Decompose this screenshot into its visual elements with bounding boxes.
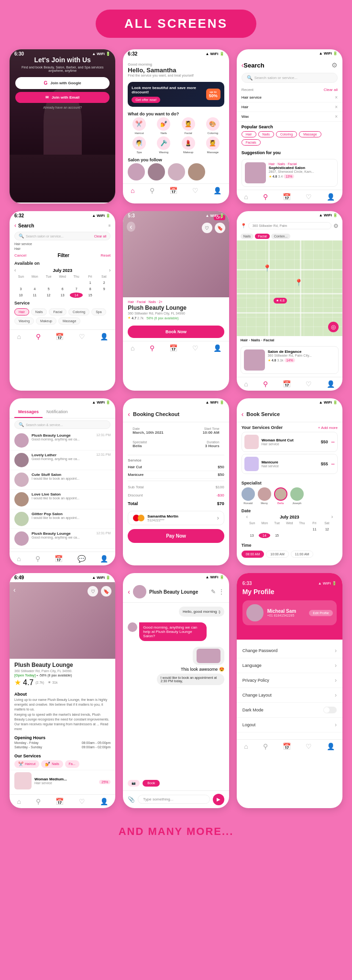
map-tag-nails[interactable]: Nails <box>241 234 254 239</box>
tag-hair[interactable]: Hair <box>14 308 29 315</box>
msg-item-4[interactable]: Love Live Salon I would like to book an … <box>10 490 115 509</box>
msg-item-1[interactable]: Plush Beauty Lounge Good morning, anythi… <box>10 431 115 451</box>
remove-service-2-btn[interactable]: − <box>331 460 335 468</box>
chat-attach-icon[interactable]: 📎 <box>128 796 135 803</box>
bs-back-icon[interactable]: ‹ <box>242 410 244 418</box>
service-item-nails[interactable]: 💅 Nails <box>153 117 175 135</box>
nav-heart-s[interactable]: ♡ <box>306 193 312 201</box>
tab-notification[interactable]: Notification <box>43 406 72 418</box>
menu-privacy-policy[interactable]: Privacy Policy › <box>237 673 342 688</box>
nav-home-m[interactable]: ⌂ <box>244 380 248 388</box>
chat-input[interactable]: Type something... <box>138 795 209 804</box>
map-pin-1[interactable]: 📍 <box>263 264 271 272</box>
salon-favorite-icon[interactable]: ♡ <box>202 223 212 233</box>
nav-search-s[interactable]: ⚲ <box>263 193 268 201</box>
btn-google[interactable]: G Join with Google <box>15 77 110 89</box>
filter-icon[interactable]: ≡ <box>109 224 111 228</box>
msg-search-bar[interactable]: 🔍 Search salon & service... <box>14 420 110 429</box>
msg-item-2[interactable]: Lovely Lather Good morning, anything we … <box>10 451 115 470</box>
bs-cal-next-btn[interactable]: › <box>331 514 333 519</box>
nav-calendar-m[interactable]: 📅 <box>283 380 291 388</box>
chip-facials[interactable]: Facials <box>242 139 261 146</box>
nav-calendar-prof[interactable]: 📅 <box>283 743 291 750</box>
follow-avatar-3[interactable] <box>168 163 185 180</box>
menu-change-layout[interactable]: Change Layout › <box>237 688 342 703</box>
salon-bookmark-icon[interactable]: 🔖 <box>215 223 225 233</box>
chat-more-icon[interactable]: ⋮ <box>219 588 224 595</box>
service-item-coloring[interactable]: 🎨 Coloring <box>201 117 224 135</box>
specialist-ronald[interactable]: Ronald <box>242 487 255 505</box>
time-slot-1[interactable]: 08:00 AM <box>242 551 264 558</box>
nav-profile-f[interactable]: 👤 <box>100 333 108 340</box>
nav-calendar-msg[interactable]: 📅 <box>55 555 63 563</box>
nav-profile-sd[interactable]: 👤 <box>213 344 221 352</box>
filter-reset-btn[interactable]: Reset <box>100 253 110 258</box>
map-search-bar[interactable]: 360 Stillwater Rd, Palm <box>248 222 331 229</box>
filter-cancel-btn[interactable]: Cancel <box>14 253 26 258</box>
nav-home-prof[interactable]: ⌂ <box>244 743 248 750</box>
filter-back-icon[interactable]: ‹ <box>14 222 16 229</box>
chip-coloring[interactable]: Coloring <box>276 131 297 137</box>
bs-cal-prev-btn[interactable]: ‹ <box>246 514 248 519</box>
nav-calendar-sd[interactable]: 📅 <box>169 344 177 352</box>
menu-dark-mode[interactable]: Dark Mode <box>237 703 342 718</box>
service-item-haircut[interactable]: ✂️ Haircut <box>128 117 150 135</box>
chip-haircut-sp[interactable]: ✂️ Haircut <box>14 760 39 768</box>
map-tag-content[interactable]: Conten... <box>271 234 290 239</box>
cal-prev-btn[interactable]: ‹ <box>14 268 16 273</box>
msg-item-3[interactable]: Cute Stuff Salon I would like to book an… <box>10 470 115 490</box>
nav-heart-sp[interactable]: ♡ <box>79 798 85 805</box>
checkout-back-icon[interactable]: ‹ <box>128 410 130 418</box>
nav-heart-m[interactable]: ♡ <box>306 380 312 388</box>
nav-search-prof[interactable]: ⚲ <box>263 743 268 750</box>
chip-nails[interactable]: Nails <box>258 131 275 137</box>
time-slot-2[interactable]: 10:00 AM <box>266 551 289 558</box>
nav-search-sd[interactable]: ⚲ <box>150 344 154 352</box>
tag-facial[interactable]: Facial <box>49 308 66 315</box>
tab-messages[interactable]: Messages <box>14 406 43 418</box>
chat-back-icon[interactable]: ‹ <box>128 588 130 596</box>
quick-btn-1[interactable]: 📷 <box>128 780 140 787</box>
nav-heart-f[interactable]: ♡ <box>79 333 85 340</box>
nav-calendar[interactable]: 📅 <box>169 187 177 194</box>
remove-service-1-btn[interactable]: − <box>331 438 335 446</box>
cal-next-btn[interactable]: › <box>109 268 110 273</box>
nav-home-msg[interactable]: ⌂ <box>17 555 21 563</box>
nav-home-sp[interactable]: ⌂ <box>17 798 21 805</box>
nav-search-msg[interactable]: ⚲ <box>35 555 40 563</box>
nav-search-f[interactable]: ⚲ <box>36 333 41 340</box>
msg-item-5[interactable]: Glitter Pop Salon I would like to book a… <box>10 509 115 529</box>
map-tag-facial[interactable]: Facial <box>255 234 270 239</box>
map-pin-2[interactable]: 📍 <box>295 279 303 286</box>
tag-massage[interactable]: Massage <box>58 317 80 325</box>
nav-home[interactable]: ⌂ <box>131 187 134 194</box>
chip-nails-sp[interactable]: 💅 Nails <box>41 760 63 768</box>
nav-heart[interactable]: ♡ <box>192 187 198 194</box>
tag-nails[interactable]: Nails <box>31 308 47 315</box>
search-bar[interactable]: 🔍 Search salon or service... <box>242 73 338 83</box>
payment-card[interactable]: Samantha Mertin 5124222*** › <box>128 511 224 525</box>
promo-banner[interactable]: Look more beautiful and save more discou… <box>128 82 224 107</box>
menu-language[interactable]: Language › <box>237 658 342 673</box>
nav-calendar-f[interactable]: 📅 <box>55 333 64 340</box>
pay-now-btn[interactable]: Pay Now <box>128 529 224 543</box>
nav-home-f[interactable]: ⌂ <box>17 333 21 340</box>
service-item-makeup[interactable]: 💄 Makeup <box>177 136 199 154</box>
salon-back-icon[interactable]: ‹ <box>127 223 135 231</box>
service-item-massage[interactable]: 💆 Massage <box>201 136 224 154</box>
btn-email[interactable]: ✉ Join with Email <box>15 92 110 103</box>
bottom-service-item[interactable]: Woman Medium... Hair service 25% <box>10 770 115 791</box>
search-filter-icon[interactable]: ⚙ <box>331 61 338 69</box>
nav-profile[interactable]: 👤 <box>213 187 221 194</box>
filter-clear-btn[interactable]: Clear all <box>94 235 107 238</box>
sp-bookmark-icon[interactable]: 🔖 <box>101 586 111 597</box>
map-locate-btn[interactable]: ◎ <box>328 322 339 332</box>
nav-home-s[interactable]: ⌂ <box>244 193 248 201</box>
sp-back-icon[interactable]: ‹ <box>13 586 16 594</box>
nav-calendar-s[interactable]: 📅 <box>283 193 291 201</box>
service-item-facial[interactable]: 💆 Facial <box>177 117 199 135</box>
map-filter-icon[interactable]: ⚙ <box>333 223 339 229</box>
time-slot-3[interactable]: 11:00 AM <box>291 551 314 558</box>
nav-profile-prof[interactable]: 👤 <box>327 743 335 750</box>
specialist-meny[interactable]: Meny <box>258 487 271 505</box>
